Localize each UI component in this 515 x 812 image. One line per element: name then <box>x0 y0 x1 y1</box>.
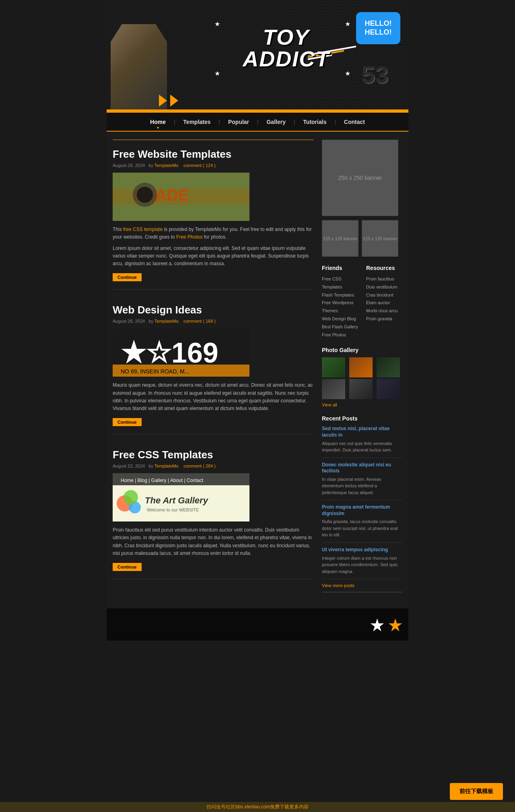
svg-text:★☆169: ★☆169 <box>121 337 218 369</box>
post-1-text2: Lorem ipsum dolor sit amet, consectetur … <box>113 245 314 268</box>
chevrons-decoration <box>159 95 178 107</box>
sidebar-gallery-title: Photo Gallery <box>322 347 402 353</box>
sidebar-link-flash-templates[interactable]: Flash Templates <box>322 291 358 299</box>
nav-separator: | <box>334 119 336 125</box>
gallery-thumb-5[interactable] <box>349 379 373 399</box>
star-icon: ★ <box>345 70 358 77</box>
gallery-thumb-2[interactable] <box>349 357 373 377</box>
ad-banner-large[interactable]: 250 x 250 banner <box>322 140 398 216</box>
ad-banners-small: 125 x 125 banner 125 x 125 banner <box>322 220 402 257</box>
recent-post-3-text: Nulla gravida, lacus molestie convallis … <box>322 518 402 538</box>
sidebar-link-res-3[interactable]: Cras tincidunt <box>366 291 402 299</box>
post-3-comment[interactable]: comment ( 284 ) <box>183 464 216 468</box>
sidebar-link-free-photos[interactable]: Free Photos <box>322 331 358 339</box>
nav-item-templates[interactable]: Templates <box>176 113 218 131</box>
orange-bottom-bar <box>107 109 408 113</box>
post-2-meta: August 26, 2024 by TemplateMo comment ( … <box>113 319 314 324</box>
nav-separator: | <box>173 119 176 125</box>
svg-text:Welcome to our WEBSITE: Welcome to our WEBSITE <box>147 507 199 512</box>
view-more-posts-link[interactable]: View more posts <box>322 583 402 588</box>
post-3-meta: August 22, 2024 by TemplateMo comment ( … <box>113 464 314 468</box>
sidebar-photo-gallery: Photo Gallery View all <box>322 347 402 407</box>
gallery-thumb-4[interactable] <box>322 379 345 399</box>
post-3-continue-btn[interactable]: Continue <box>113 563 142 571</box>
navigation-bar: Home | Templates | Popular | Gallery | T… <box>107 113 408 132</box>
sidebar-friends-title: Friends <box>322 265 358 271</box>
ad-banner-small-2[interactable]: 125 x 125 banner <box>362 220 398 257</box>
gallery-thumb-1[interactable] <box>322 357 345 377</box>
view-all-link[interactable]: View all <box>322 402 402 407</box>
post-2-continue-btn[interactable]: Continue <box>113 418 142 426</box>
main-container: Free Website Templates August 28, 2024 b… <box>107 132 408 608</box>
recent-post-1-title[interactable]: Sed metus nisl, placerat vitae iaculis i… <box>322 426 402 438</box>
post-2-comment[interactable]: comment ( 168 ) <box>183 319 216 324</box>
gallery-thumb-6[interactable] <box>377 379 400 399</box>
post-3-image-overlay: Home | Blog | Gallery | About | Contact … <box>113 473 249 521</box>
post-2-date: August 26, 2024 <box>113 319 145 324</box>
recent-post-1-text: Aliquam nec est quis felis venenatis imp… <box>322 440 402 453</box>
svg-point-17 <box>124 490 138 505</box>
robot-character-icon <box>111 24 167 113</box>
post-1-svg: SHADE <box>113 173 249 221</box>
nav-item-gallery[interactable]: Gallery <box>259 113 293 131</box>
post-3-svg: Home | Blog | Gallery | About | Contact … <box>113 473 249 521</box>
nav-item-popular[interactable]: Popular <box>221 113 256 131</box>
post-1-comment[interactable]: comment ( 124 ) <box>183 163 216 168</box>
sidebar-link-res-6[interactable]: Proin gravida <box>366 315 402 323</box>
gold-separator <box>113 140 314 140</box>
content-area: Free Website Templates August 28, 2024 b… <box>113 140 322 600</box>
post-1-link-css[interactable]: free CSS template <box>123 227 163 232</box>
post-3: Free CSS Templates August 22, 2024 by Te… <box>113 449 314 579</box>
sidebar-link-res-5[interactable]: Morbi risus arcu <box>366 307 402 315</box>
site-title-line1: TOY <box>214 26 358 48</box>
sidebar-link-res-4[interactable]: Etam auctor <box>366 299 402 307</box>
sidebar-link-res-1[interactable]: Proin faucibus <box>366 275 402 283</box>
hello-text: HELLO!HELLO! <box>365 19 392 37</box>
sidebar-link-best-flash-gallery[interactable]: Best Flash Gallery <box>322 323 358 331</box>
recent-post-2-title[interactable]: Donec molestie aliquet nisi eu facilisis <box>322 462 402 474</box>
post-1-image: SHADE <box>113 173 249 221</box>
sidebar-links-container: Friends Free CSS Templates Flash Templat… <box>322 265 402 339</box>
sidebar-link-free-css[interactable]: Free CSS Templates <box>322 275 358 291</box>
badge-53-decoration: 53 <box>361 61 388 89</box>
sidebar-link-free-wordpress[interactable]: Free Wordpress Themes <box>322 299 358 315</box>
site-footer <box>107 608 408 641</box>
ad-banner-small-1[interactable]: 125 x 125 banner <box>322 220 358 257</box>
footer-star-icon-1 <box>370 618 384 633</box>
nav-inner: Home | Templates | Popular | Gallery | T… <box>107 113 408 131</box>
svg-text:NO 69, INSEIN ROAD, M...: NO 69, INSEIN ROAD, M... <box>121 368 189 375</box>
bottom-separator <box>322 592 402 592</box>
sidebar-recent-posts: Recent Posts Sed metus nisl, placerat vi… <box>322 415 402 592</box>
footer-stars-decoration <box>370 618 402 633</box>
recent-post-3-title[interactable]: Proin magna amet fermentum dignissim <box>322 504 402 517</box>
post-2-image-overlay: ★☆169 NO 69, INSEIN ROAD, M... <box>113 328 249 377</box>
svg-text:The Art Gallery: The Art Gallery <box>145 495 209 505</box>
footer-star-icon-2 <box>388 618 402 633</box>
post-1-meta: August 28, 2024 by TemplateMo comment ( … <box>113 163 314 168</box>
post-1-continue-btn[interactable]: Continue <box>113 273 142 281</box>
post-3-author[interactable]: TemplateMo <box>154 464 179 468</box>
recent-post-4-title[interactable]: Ut viverra tempus adipiscing <box>322 547 402 553</box>
sidebar-link-res-2[interactable]: Duis vestibulum <box>366 283 402 291</box>
post-3-image: Home | Blog | Gallery | About | Contact … <box>113 473 249 521</box>
post-1-link-photos[interactable]: Free Photos <box>176 234 202 240</box>
post-2: Web Design Ideas August 26, 2024 by Temp… <box>113 304 314 435</box>
post-1-author[interactable]: TemplateMo <box>154 163 179 168</box>
nav-item-tutorials[interactable]: Tutorials <box>296 113 334 131</box>
photo-gallery-grid <box>322 357 402 399</box>
sidebar: 250 x 250 banner 125 x 125 banner 125 x … <box>322 140 402 600</box>
sidebar-link-web-design-blog[interactable]: Web Design Blog <box>322 315 358 323</box>
gallery-thumb-3[interactable] <box>377 357 400 377</box>
nav-item-home[interactable]: Home <box>143 113 173 131</box>
svg-text:Home | Blog | Gallery | About : Home | Blog | Gallery | About | Contact <box>121 478 204 483</box>
chevron-icon <box>159 95 167 107</box>
post-2-author[interactable]: TemplateMo <box>154 319 179 324</box>
sidebar-recent-posts-title: Recent Posts <box>322 415 402 422</box>
recent-post-2: Donec molestie aliquet nisi eu facilisis… <box>322 462 402 501</box>
post-1-date: August 28, 2024 <box>113 163 145 168</box>
svg-point-4 <box>137 187 153 203</box>
sidebar-friends-resources: Friends Free CSS Templates Flash Templat… <box>322 265 402 339</box>
post-3-text1: Proin faucibus elit sed purus vestibulum… <box>113 526 314 557</box>
recent-post-1: Sed metus nisl, placerat vitae iaculis i… <box>322 426 402 458</box>
nav-item-contact[interactable]: Contact <box>337 113 372 131</box>
